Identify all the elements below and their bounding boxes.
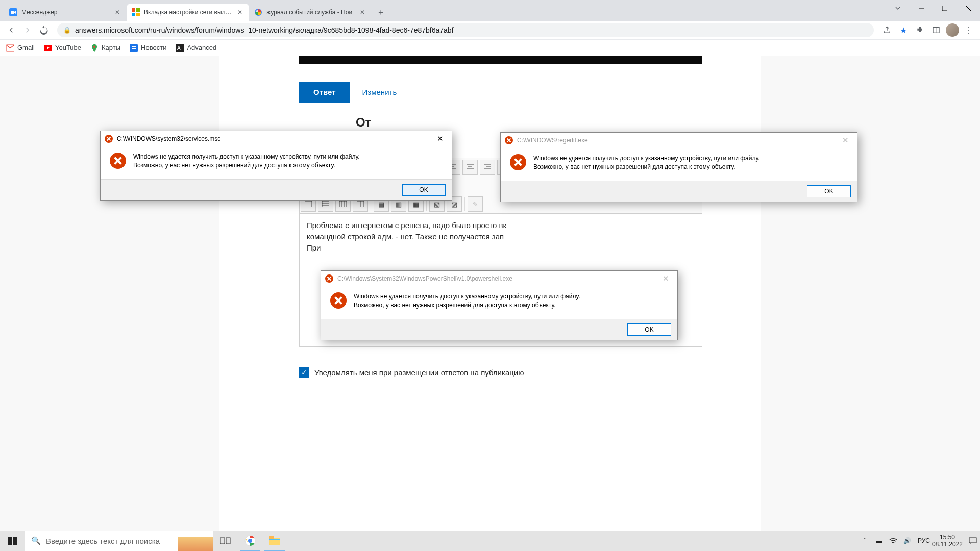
bookmark-youtube[interactable]: YouTube xyxy=(44,44,81,52)
align-right-button[interactable] xyxy=(480,160,495,175)
bookmark-label: Advanced xyxy=(187,44,216,52)
close-icon[interactable]: ✕ xyxy=(236,8,244,16)
clear-format-button[interactable]: ✎ xyxy=(468,196,483,212)
dialog-title-text: C:\Windows\System32\WindowsPowerShell\v1… xyxy=(337,275,512,282)
bookmark-advanced[interactable]: A Advanced xyxy=(176,44,216,52)
taskbar-explorer[interactable] xyxy=(262,531,287,551)
dialog-close-button[interactable]: ✕ xyxy=(838,136,853,145)
tab-search-icon[interactable] xyxy=(886,0,910,16)
separator xyxy=(464,197,465,211)
msg-line: Windows не удается получить доступ к ука… xyxy=(533,155,760,162)
bookmark-label: Карты xyxy=(102,44,120,52)
bookmark-star-icon[interactable]: ★ xyxy=(896,23,911,37)
tab-ms-answers[interactable]: Вкладка настройки сети вылета ✕ xyxy=(127,4,249,21)
tab-messenger[interactable]: Мессенджер ✕ xyxy=(4,4,127,21)
menu-icon[interactable]: ⋮ xyxy=(962,23,976,37)
clock[interactable]: 15:50 08.11.2022 xyxy=(932,534,963,548)
wifi-icon[interactable] xyxy=(889,538,897,544)
change-link[interactable]: Изменить xyxy=(350,82,409,103)
dialog-services: C:\WINDOWS\system32\services.msc ✕ Windo… xyxy=(100,131,452,201)
notifications-icon[interactable] xyxy=(969,537,977,544)
svg-rect-60 xyxy=(969,538,976,543)
close-icon[interactable]: ✕ xyxy=(358,8,366,16)
notify-label: Уведомлять меня при размещении ответов н… xyxy=(314,368,524,377)
tab-google-search[interactable]: журнал событий служба - Пои ✕ xyxy=(249,4,372,21)
battery-icon[interactable]: ▬ xyxy=(875,537,883,544)
taskbar-chrome[interactable] xyxy=(238,531,262,551)
svg-rect-44 xyxy=(305,201,312,207)
profile-avatar[interactable] xyxy=(945,23,960,37)
address-bar: 🔒 answers.microsoft.com/ru-ru/windows/fo… xyxy=(0,21,980,40)
error-icon xyxy=(325,274,333,283)
svg-rect-5 xyxy=(136,13,140,16)
bookmark-news[interactable]: Новости xyxy=(130,44,166,52)
side-panel-icon[interactable] xyxy=(929,23,943,37)
dialog-close-button[interactable]: ✕ xyxy=(432,134,448,143)
google-icon xyxy=(254,8,262,16)
minimize-button[interactable] xyxy=(910,0,933,16)
task-view-button[interactable] xyxy=(213,531,238,551)
close-icon[interactable]: ✕ xyxy=(113,8,121,16)
bookmark-maps[interactable]: Карты xyxy=(90,44,120,52)
bookmarks-bar: Gmail YouTube Карты Новости A Advanced xyxy=(0,40,980,56)
system-tray: ˄ ▬ 🔊 РУС 15:50 08.11.2022 xyxy=(861,531,980,551)
dialog-close-button[interactable]: ✕ xyxy=(658,274,673,283)
svg-rect-4 xyxy=(132,13,135,16)
window-controls xyxy=(886,0,980,16)
taskbar-search[interactable]: 🔍 Введите здесь текст для поиска xyxy=(24,531,213,551)
maps-icon xyxy=(90,44,99,52)
new-tab-button[interactable]: ＋ xyxy=(374,5,388,19)
advanced-icon: A xyxy=(176,44,184,52)
tray-chevron-icon[interactable]: ˄ xyxy=(861,537,869,544)
svg-rect-59 xyxy=(270,539,280,540)
time-text: 15:50 xyxy=(932,534,963,541)
section-heading: ОтветитьОт xyxy=(299,115,761,130)
embedded-image-strip xyxy=(299,56,702,64)
start-button[interactable] xyxy=(0,531,24,551)
svg-point-56 xyxy=(248,539,252,543)
editor-line: командной строкой адм. - нет. Также не п… xyxy=(307,232,504,241)
dialog-powershell: C:\Windows\System32\WindowsPowerShell\v1… xyxy=(321,270,678,340)
volume-icon[interactable]: 🔊 xyxy=(903,537,912,544)
news-icon xyxy=(130,44,138,52)
bookmark-label: Новости xyxy=(141,44,166,52)
gmail-icon xyxy=(6,44,14,52)
answer-button[interactable]: Ответ xyxy=(299,82,350,103)
taskbar: 🔍 Введите здесь текст для поиска ˄ ▬ 🔊 Р… xyxy=(0,531,980,551)
language-indicator[interactable]: РУС xyxy=(918,537,926,544)
align-center-button[interactable] xyxy=(462,160,478,175)
svg-text:A: A xyxy=(177,45,181,51)
notify-checkbox[interactable]: ✓ xyxy=(299,367,309,378)
svg-rect-58 xyxy=(269,536,274,539)
dialog-footer: OK xyxy=(101,179,452,200)
msg-line: Windows не удается получить доступ к ука… xyxy=(133,153,360,160)
ok-button[interactable]: OK xyxy=(627,323,671,336)
share-icon[interactable] xyxy=(880,23,894,37)
dialog-titlebar[interactable]: C:\Windows\System32\WindowsPowerShell\v1… xyxy=(321,271,677,286)
svg-rect-16 xyxy=(130,44,138,52)
reload-button[interactable] xyxy=(37,23,51,37)
forward-button[interactable] xyxy=(20,23,35,37)
ok-button[interactable]: OK xyxy=(807,185,851,197)
maximize-button[interactable] xyxy=(933,0,957,16)
svg-rect-2 xyxy=(132,8,135,12)
window-close-button[interactable] xyxy=(957,0,980,16)
back-button[interactable] xyxy=(4,23,18,37)
url-input[interactable]: 🔒 answers.microsoft.com/ru-ru/windows/fo… xyxy=(57,23,874,37)
extensions-icon[interactable] xyxy=(913,23,927,37)
tab-title: журнал событий служба - Пои xyxy=(266,9,354,16)
svg-rect-53 xyxy=(220,538,225,544)
zoom-icon xyxy=(9,8,17,16)
lock-icon: 🔒 xyxy=(63,27,71,34)
dialog-titlebar[interactable]: C:\WINDOWS\system32\services.msc ✕ xyxy=(101,131,452,146)
dialog-titlebar[interactable]: C:\WINDOWS\regedit.exe ✕ xyxy=(501,133,857,148)
svg-rect-54 xyxy=(226,538,230,544)
svg-rect-1 xyxy=(11,11,14,14)
error-icon xyxy=(105,135,113,143)
editor-line: Проблема с интернетом с решена, надо был… xyxy=(307,221,506,230)
dialog-message: Windows не удается получить доступ к ука… xyxy=(533,154,760,171)
error-icon xyxy=(505,136,513,144)
ok-button[interactable]: OK xyxy=(402,184,446,196)
bookmark-gmail[interactable]: Gmail xyxy=(6,44,35,52)
url-text: answers.microsoft.com/ru-ru/windows/foru… xyxy=(75,26,454,34)
